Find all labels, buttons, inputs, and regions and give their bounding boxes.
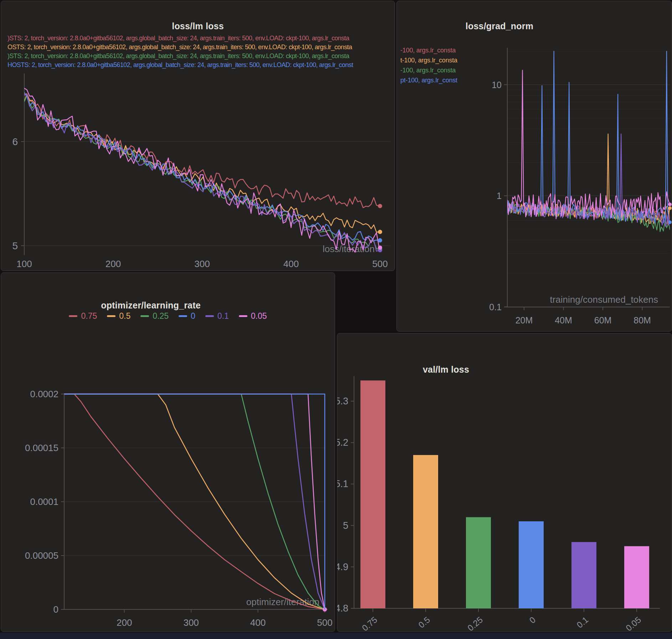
legend-item-0.5[interactable]: 0.5 <box>107 311 130 321</box>
series-end-dot <box>378 230 382 234</box>
tick-label: optimizer/iteration <box>246 597 319 607</box>
tick-label: 5.1 <box>337 479 348 489</box>
legend-label: 0.05 <box>251 311 267 321</box>
lm-loss-title: loss/lm loss <box>172 21 224 31</box>
grad-norm-title: loss/grad_norm <box>466 21 533 31</box>
tick-label: 500 <box>372 259 388 269</box>
tick-label: 20M <box>515 315 533 325</box>
tick-label: 0.0002 <box>30 389 58 399</box>
legend-label: 0.75 <box>81 311 97 321</box>
legend-label: 0.1 <box>217 311 229 321</box>
learning-rate-chart[interactable]: 00.000050.00010.000150.0002200300400500o… <box>1 273 335 632</box>
legend-swatch <box>107 315 116 317</box>
bar-0.25[interactable] <box>466 517 491 608</box>
tick-label: 400 <box>250 617 266 628</box>
series-line <box>24 96 379 250</box>
val-loss-title: val/lm loss <box>423 364 469 375</box>
series-line <box>24 94 379 232</box>
legend-series-label[interactable]: -100, args.lr_consta <box>400 45 672 55</box>
series-line <box>24 92 379 241</box>
tick-label: 0 <box>528 615 538 625</box>
tick-label: 5 <box>343 520 348 531</box>
tick-label: 1 <box>497 191 502 201</box>
tick-label: 0.5 <box>416 615 432 630</box>
legend-item-0[interactable]: 0 <box>179 311 195 321</box>
tick-label: 0.00005 <box>25 550 58 561</box>
tick-label: 0 <box>53 604 58 615</box>
bar-0.05[interactable] <box>624 546 649 608</box>
legend-label: 0 <box>191 311 195 321</box>
legend-series-label[interactable]: HOSTS: 2, torch_version: 2.8.0a0+gitba56… <box>7 61 395 70</box>
panel-learning-rate: 00.000050.00010.000150.0002200300400500o… <box>1 272 335 632</box>
tick-label: 0.00015 <box>25 443 58 453</box>
series-end-dot <box>668 206 672 210</box>
legend-series-label[interactable]: )STS: 2, torch_version: 2.8.0a0+gitba561… <box>7 34 395 43</box>
grad-norm-legend: -100, args.lr_constat-100, args.lr_const… <box>400 45 672 85</box>
learning-rate-legend: 0.750.50.2500.10.05 <box>1 311 335 321</box>
tick-label: 0.1 <box>575 615 590 630</box>
tick-label: 100 <box>16 259 32 269</box>
tick-label: 6 <box>12 136 18 147</box>
legend-swatch <box>205 315 214 317</box>
legend-series-label[interactable]: )STS: 2, torch_version: 2.8.0a0+gitba561… <box>7 52 395 61</box>
bar-0.1[interactable] <box>571 542 596 608</box>
series-end-dot <box>378 246 382 250</box>
bottom-strip <box>0 633 672 639</box>
training-dashboard: 56100200300400500loss/iteration loss/lm … <box>0 0 672 639</box>
legend-item-0.1[interactable]: 0.1 <box>205 311 229 321</box>
learning-rate-title: optimizer/learning_rate <box>101 300 201 311</box>
series-end-dot <box>378 204 382 208</box>
legend-label: 0.25 <box>153 311 169 321</box>
tick-label: 200 <box>106 259 121 269</box>
tick-label: 400 <box>283 259 299 269</box>
series-end-dot <box>668 203 672 206</box>
legend-item-0.25[interactable]: 0.25 <box>140 311 169 321</box>
legend-item-0.05[interactable]: 0.05 <box>239 311 267 321</box>
tick-label: 300 <box>183 617 199 628</box>
panel-lm-loss: 56100200300400500loss/iteration loss/lm … <box>1 1 395 271</box>
tick-label: 4.9 <box>337 562 348 572</box>
legend-series-label[interactable]: -100, args.lr_consta <box>400 65 672 75</box>
series-line <box>507 70 670 220</box>
series-end-dot <box>668 220 672 224</box>
tick-label: 0.0001 <box>30 496 58 507</box>
legend-swatch <box>239 315 247 317</box>
lm-loss-legend: )STS: 2, torch_version: 2.8.0a0+gitba561… <box>7 34 395 70</box>
legend-series-label[interactable]: t-100, args.lr_consta <box>400 55 672 65</box>
series-line <box>24 94 379 251</box>
panel-val-loss: 4.84.955.15.25.30.750.50.2500.10.05 val/… <box>337 333 672 632</box>
legend-swatch <box>69 315 77 317</box>
legend-swatch <box>179 315 187 317</box>
val-loss-chart[interactable]: 4.84.955.15.25.30.750.50.2500.10.05 <box>337 333 672 632</box>
tick-label: 0.75 <box>360 615 379 632</box>
legend-series-label[interactable]: pt-100, args.lr_const <box>400 75 672 85</box>
panel-grad-norm: 0.111020M40M60M80Mtraining/consumed_toke… <box>396 1 672 332</box>
tick-label: 60M <box>594 315 612 325</box>
tick-label: 200 <box>117 617 132 628</box>
bar-0.5[interactable] <box>413 455 438 608</box>
bar-0.75[interactable] <box>360 380 385 608</box>
tick-label: 300 <box>194 259 210 269</box>
legend-series-label[interactable]: OSTS: 2, torch_version: 2.8.0a0+gitba561… <box>7 43 395 52</box>
tick-label: 500 <box>317 617 332 628</box>
tick-label: 5.3 <box>337 396 348 407</box>
bar-0[interactable] <box>519 521 544 608</box>
tick-label: 0.05 <box>624 615 643 632</box>
tick-label: 40M <box>555 315 572 325</box>
series-end-dot <box>378 238 382 242</box>
legend-swatch <box>140 315 149 317</box>
legend-item-0.75[interactable]: 0.75 <box>69 311 97 321</box>
tick-label: training/consumed_tokens <box>550 294 658 305</box>
tick-label: 4.8 <box>337 603 348 614</box>
tick-label: 5.2 <box>337 437 348 448</box>
tick-label: 0.1 <box>489 302 502 312</box>
tick-label: 80M <box>633 315 651 325</box>
tick-label: 5 <box>12 240 18 251</box>
legend-label: 0.5 <box>119 311 130 321</box>
tick-label: 0.25 <box>466 615 484 632</box>
